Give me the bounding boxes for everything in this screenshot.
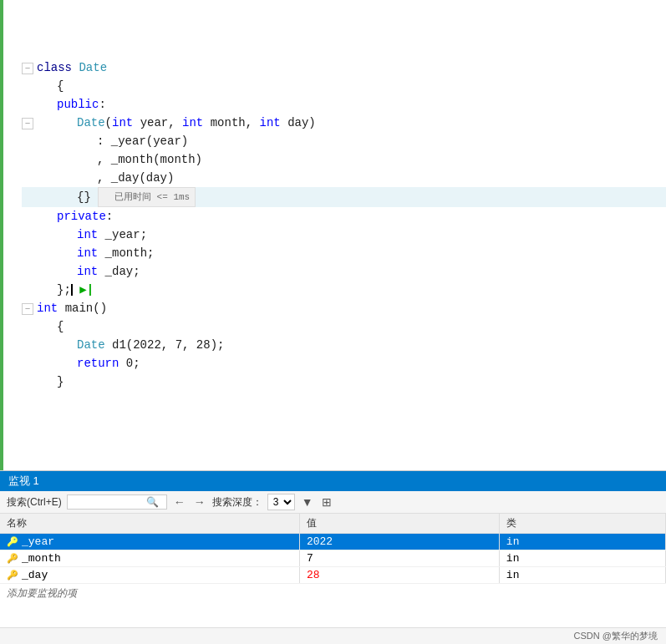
token: Date [77,114,105,132]
token: int [37,299,58,317]
watch-row-name: 🔑_day [0,567,299,584]
token: private [57,207,106,226]
gutter [0,0,18,470]
watch-row-type: in [499,567,665,584]
watch-row-icon: 🔑 [7,570,18,581]
watch-row-name-text: _day [22,569,48,581]
token: int [260,114,281,132]
token [133,114,140,132]
watch-data-table: 名称 值 类 🔑_year2022in🔑_month7in🔑_day28in [0,514,666,584]
table-row[interactable]: 🔑_month7in [0,550,666,567]
status-bar: CSDN @繁华的梦境 [0,627,666,644]
token: : [99,95,105,114]
time-used-badge: 已用时间 <= 1ms [98,187,196,207]
watch-title: 监视 1 [8,474,39,487]
search-input[interactable] [71,496,146,508]
token: day) [287,114,316,132]
table-row[interactable]: 🔑_day28in [0,567,666,584]
watch-row-type: in [499,534,665,550]
watch-row-name: 🔑_year [0,534,299,550]
col-header-type: 类 [499,514,665,534]
code-line-8: {} 已用时间 <= 1ms [22,187,666,207]
code-line-15: { [22,317,666,336]
token: { [57,317,64,336]
token: _year; [98,226,147,244]
watch-row-value: 7 [299,550,499,567]
code-line-10: int _year; [22,226,666,244]
code-line-7: , _day(day) [22,169,666,187]
watch-row-value: 28 [299,567,499,584]
watch-panel: 监视 1 搜索(Ctrl+E) 🔍 ← → 搜索深度： 3 1 2 4 5 ▼ … [0,470,666,627]
code-line-14: −int main() [22,299,666,317]
add-watch-label[interactable]: 添加要监视的项 [0,584,666,603]
token: Date [79,58,107,77]
debug-arrow: ▶| [73,281,94,299]
token: : [106,207,113,226]
grid-icon[interactable]: ⊞ [320,495,333,509]
depth-label: 搜索深度： [212,495,262,510]
watch-row-name-text: _month [22,552,61,565]
search-icon[interactable]: 🔍 [146,496,159,508]
token: d1(2022, 7, 28); [112,336,224,354]
code-line-9: private: [22,207,666,226]
table-header-row: 名称 值 类 [0,514,666,534]
watch-toolbar: 搜索(Ctrl+E) 🔍 ← → 搜索深度： 3 1 2 4 5 ▼ ⊞ [0,491,666,514]
token: int [77,244,98,262]
token: _month; [98,244,154,262]
token: int [112,114,133,132]
collapse-btn-1[interactable]: − [22,63,33,74]
watch-row-name-text: _year [22,535,54,548]
watch-row-name: 🔑_month [0,550,299,567]
search-box[interactable]: 🔍 [67,494,167,510]
search-label: 搜索(Ctrl+E) [7,495,62,510]
back-icon[interactable]: ← [172,495,187,509]
token [58,299,64,317]
token: public [57,95,99,114]
collapse-btn-14[interactable]: − [22,303,33,315]
code-line-4: −Date(int year, int month, int day) [22,114,666,132]
token: { [57,77,64,95]
col-header-name: 名称 [0,514,299,534]
code-lines[interactable]: −class Date{public:−Date(int year, int m… [18,0,666,470]
token [281,114,287,132]
code-line-3: public: [22,95,666,114]
code-container: −class Date{public:−Date(int year, int m… [0,0,666,470]
code-line-5: : _year(year) [22,132,666,150]
token: class [37,58,72,77]
token: _day; [98,262,140,281]
editor-area: −class Date{public:−Date(int year, int m… [0,0,666,470]
token: Date [77,336,105,354]
token [105,336,112,354]
token: month, [211,114,260,132]
green-bar [0,0,3,470]
code-line-18: } [22,373,666,391]
token [203,114,210,132]
token: 0; [119,354,140,373]
watch-row-icon: 🔑 [7,537,18,547]
token: , _month(month) [97,150,202,169]
code-line-6: , _month(month) [22,150,666,169]
code-line-12: int _day; [22,262,666,281]
table-row[interactable]: 🔑_year2022in [0,534,666,550]
forward-icon[interactable]: → [192,495,207,509]
token: int [77,262,98,281]
collapse-btn-4[interactable]: − [22,118,33,129]
token: {} [77,188,91,206]
token: return [77,354,119,373]
token: main() [65,299,107,317]
code-line-17: return 0; [22,354,666,373]
code-line-16: Date d1(2022, 7, 28); [22,336,666,354]
token: year, [140,114,182,132]
code-line-13: }; ▶| [22,281,666,299]
depth-select[interactable]: 3 1 2 4 5 [267,494,295,510]
token: }; [57,281,71,299]
watch-row-value: 2022 [299,534,499,550]
code-line-2: { [22,77,666,95]
status-right: CSDN @繁华的梦境 [574,630,658,642]
token: ( [105,114,112,132]
col-header-value: 值 [299,514,499,534]
token: : _year(year) [97,132,188,150]
code-line-11: int _month; [22,244,666,262]
token [72,58,79,77]
filter-icon[interactable]: ▼ [300,495,315,509]
